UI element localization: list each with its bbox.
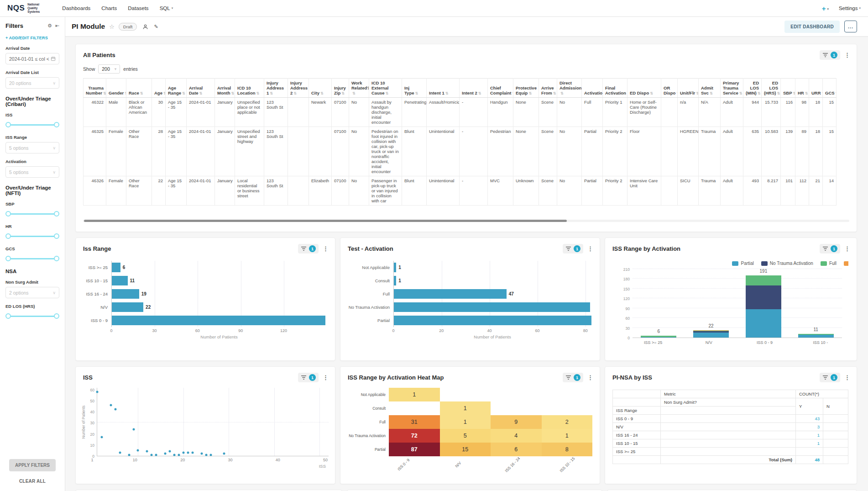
column-header-unit-flr[interactable]: Unit/Flr⇅ xyxy=(678,79,699,98)
favorite-star-icon[interactable]: ☆ xyxy=(109,23,115,30)
filter-select-non-surg-admit[interactable]: 2 options∨ xyxy=(5,287,59,298)
column-header-gcs[interactable]: GCS⇅ xyxy=(823,79,837,98)
sort-icon[interactable]: ⇅ xyxy=(140,91,143,95)
sort-icon[interactable]: ⇅ xyxy=(710,91,713,95)
nav-item-charts[interactable]: Charts xyxy=(101,5,117,11)
column-header-inj-type[interactable]: Inj Type⇅ xyxy=(402,79,427,98)
column-header-direct-admission[interactable]: Direct Admission?⇅ xyxy=(557,79,582,98)
sort-icon[interactable]: ⇅ xyxy=(528,91,532,95)
sort-icon[interactable]: ⇅ xyxy=(793,91,795,95)
more-options-icon[interactable]: ⋮ xyxy=(587,246,593,252)
column-header-arrive-from[interactable]: Arrive From⇅ xyxy=(539,79,557,98)
column-header-primary-trauma-service[interactable]: Primary Trauma Service⇅ xyxy=(721,79,743,98)
slider-handle-left[interactable] xyxy=(5,233,11,239)
column-header-urr[interactable]: URR⇅ xyxy=(809,79,823,98)
nav-item-dashboards[interactable]: Dashboards xyxy=(62,5,90,11)
column-header-or-dispo[interactable]: OR Dispo⇅ xyxy=(661,79,678,98)
sort-icon[interactable]: ⇅ xyxy=(553,91,556,95)
sort-icon[interactable]: ⇅ xyxy=(231,91,235,95)
range-slider-gcs[interactable] xyxy=(5,256,59,261)
sort-icon[interactable]: ⇅ xyxy=(163,91,166,95)
applied-filters-indicator[interactable]: 1 xyxy=(820,373,840,382)
column-header-city[interactable]: City⇅ xyxy=(309,79,332,98)
sort-icon[interactable]: ⇅ xyxy=(415,91,418,95)
column-header-intent-2[interactable]: Intent 2⇅ xyxy=(460,79,488,98)
sort-icon[interactable]: ⇅ xyxy=(739,91,743,95)
column-header-ed-los-hrs[interactable]: ED LOS (HRS)⇅ xyxy=(762,79,781,98)
sort-icon[interactable]: ⇅ xyxy=(199,91,203,95)
applied-filters-indicator[interactable]: 1 xyxy=(298,373,319,382)
range-slider-iss[interactable] xyxy=(5,122,59,127)
horizontal-scrollbar[interactable] xyxy=(83,220,849,222)
sort-icon[interactable]: ⇅ xyxy=(352,91,356,95)
slider-handle-right[interactable] xyxy=(54,211,59,216)
column-header-arrival-month[interactable]: Arrival Month⇅ xyxy=(215,79,235,98)
sort-icon[interactable]: ⇅ xyxy=(836,91,837,95)
dashboard-more-button[interactable]: ... xyxy=(844,21,857,32)
slider-handle-right[interactable] xyxy=(54,122,59,127)
column-header-activation[interactable]: Activation⇅ xyxy=(582,79,603,98)
apply-filters-button[interactable]: APPLY FILTERS xyxy=(9,459,56,471)
sort-icon[interactable]: ⇅ xyxy=(805,91,808,95)
column-header-work-related[interactable]: Work Related?⇅ xyxy=(349,79,369,98)
column-header-age-range[interactable]: Age Range⇅ xyxy=(166,79,187,98)
slider-handle-left[interactable] xyxy=(5,211,11,216)
date-filter-input[interactable]: 2024-01-01 ≤ col < 202... xyxy=(5,53,59,64)
range-slider-ed-los-hrs[interactable] xyxy=(5,313,59,319)
owners-icon[interactable] xyxy=(142,24,148,30)
more-options-icon[interactable]: ⋮ xyxy=(844,375,850,380)
more-options-icon[interactable]: ⋮ xyxy=(587,375,593,380)
slider-handle-left[interactable] xyxy=(5,256,11,261)
applied-filters-indicator[interactable]: 1 xyxy=(563,373,583,382)
sort-icon[interactable]: ⇅ xyxy=(270,91,273,95)
column-header-age[interactable]: Age⇅ xyxy=(152,79,166,98)
applied-filters-indicator[interactable]: 1 xyxy=(563,244,583,253)
sort-icon[interactable]: ⇅ xyxy=(478,91,481,95)
sort-icon[interactable]: ⇅ xyxy=(182,91,185,95)
column-header-protective-equip[interactable]: Protective Equip⇅ xyxy=(513,79,539,98)
more-options-icon[interactable]: ⋮ xyxy=(323,246,329,252)
edit-properties-icon[interactable]: ✎ xyxy=(154,24,158,30)
nav-item-sql[interactable]: SQL▾ xyxy=(160,5,173,11)
sort-icon[interactable]: ⇅ xyxy=(650,91,653,95)
sort-icon[interactable]: ⇅ xyxy=(386,91,389,95)
sort-icon[interactable]: ⇅ xyxy=(560,91,564,95)
range-slider-hr[interactable] xyxy=(5,233,59,239)
filter-select-iss-range[interactable]: 5 options∨ xyxy=(5,142,59,153)
column-header-injury-address-1[interactable]: Injury Address 1⇅ xyxy=(264,79,288,98)
sort-icon[interactable]: ⇅ xyxy=(320,91,324,95)
sort-icon[interactable]: ⇅ xyxy=(777,91,780,95)
sort-icon[interactable]: ⇅ xyxy=(256,91,260,95)
add-edit-filters-link[interactable]: + ADD/EDIT FILTERS xyxy=(5,36,59,40)
sort-icon[interactable]: ⇅ xyxy=(341,91,345,95)
sort-icon[interactable]: ⇅ xyxy=(103,91,106,95)
slider-handle-right[interactable] xyxy=(54,233,59,239)
sort-icon[interactable]: ⇅ xyxy=(696,91,698,95)
slider-handle-left[interactable] xyxy=(5,122,11,127)
sort-icon[interactable]: ⇅ xyxy=(293,91,297,95)
applied-filters-indicator[interactable]: 1 xyxy=(820,244,840,253)
column-header-admit-svc[interactable]: Admit Svc⇅ xyxy=(699,79,721,98)
column-header-icd-10-external-cause[interactable]: ICD 10 External Cause⇅ xyxy=(369,79,402,98)
column-header-ed-dispo[interactable]: ED Dispo⇅ xyxy=(627,79,661,98)
clear-all-button[interactable]: CLEAR ALL xyxy=(0,479,65,484)
add-new-button[interactable]: +▾ xyxy=(822,5,829,12)
column-header-sbp[interactable]: SBP⇅ xyxy=(781,79,795,98)
column-header-chief-complaint[interactable]: Chief Complaint⇅ xyxy=(488,79,513,98)
range-slider-sbp[interactable] xyxy=(5,211,59,216)
column-header-trauma-number[interactable]: Trauma Number⇅ xyxy=(84,79,106,98)
slider-handle-right[interactable] xyxy=(54,256,59,261)
sort-icon[interactable]: ⇅ xyxy=(758,91,761,95)
slider-handle-right[interactable] xyxy=(54,313,59,319)
column-header-race[interactable]: Race⇅ xyxy=(126,79,152,98)
page-size-select[interactable]: 200 ▾ xyxy=(98,64,120,74)
applied-filters-indicator[interactable]: 1 xyxy=(298,244,319,253)
nav-item-datasets[interactable]: Datasets xyxy=(128,5,148,11)
edit-dashboard-button[interactable]: EDIT DASHBOARD xyxy=(784,21,840,33)
column-header-hr[interactable]: HR⇅ xyxy=(795,79,809,98)
column-header-gender[interactable]: Gender⇅ xyxy=(106,79,126,98)
column-header-arrival-date[interactable]: Arrival Date⇅ xyxy=(187,79,215,98)
nqs-logo[interactable]: NQS National Quality Systems xyxy=(7,3,49,14)
column-header-final-activation[interactable]: Final Activation⇅ xyxy=(603,79,627,98)
filter-select-arrival-date-list[interactable]: 20 options∨ xyxy=(5,77,59,89)
